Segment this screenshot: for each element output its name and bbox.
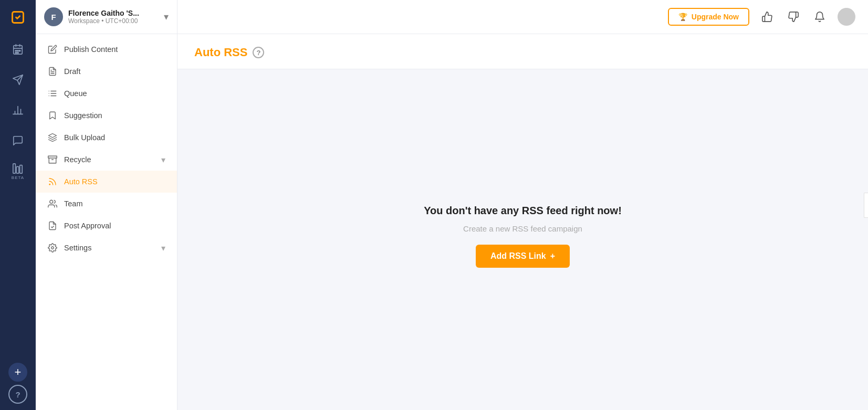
list-icon — [47, 88, 58, 99]
page-header: Auto RSS ? — [177, 34, 868, 69]
nav-analytics-icon[interactable] — [0, 95, 36, 125]
beta-label: BETA — [12, 175, 24, 180]
bookmark-icon — [47, 110, 58, 121]
settings-chevron-icon: ▾ — [161, 243, 165, 253]
sidebar-item-auto-rss[interactable]: Auto RSS — [36, 171, 177, 193]
nav-beta-icon[interactable]: BETA — [0, 156, 36, 186]
layers-icon — [47, 132, 58, 143]
thumbs-up-icon[interactable] — [759, 8, 776, 25]
add-rss-link-label: Add RSS Link — [490, 251, 546, 261]
svg-rect-7 — [19, 50, 20, 51]
add-rss-link-button[interactable]: Add RSS Link + — [476, 245, 570, 268]
sidebar-label-bulk-upload: Bulk Upload — [64, 133, 165, 142]
nav-calendar-icon[interactable] — [0, 34, 36, 65]
page-area: Auto RSS ? You don't have any RSS feed r… — [177, 34, 868, 410]
recycle-chevron-icon: ▾ — [161, 155, 165, 165]
sidebar-label-recycle: Recycle — [64, 155, 155, 164]
page-help-icon[interactable]: ? — [253, 47, 264, 58]
sidebar-label-post-approval: Post Approval — [64, 222, 165, 230]
sidebar: F Florence Gaitho 'S... Workspace • UTC+… — [36, 0, 177, 410]
workspace-selector[interactable]: F Florence Gaitho 'S... Workspace • UTC+… — [36, 0, 177, 34]
svg-rect-6 — [17, 50, 18, 51]
sidebar-item-team[interactable]: Team — [36, 193, 177, 215]
svg-rect-8 — [15, 52, 16, 54]
icon-nav-top: BETA — [0, 0, 36, 363]
workspace-subtitle: Workspace • UTC+00:00 — [68, 17, 159, 25]
svg-rect-17 — [16, 166, 19, 173]
svg-point-31 — [50, 200, 53, 203]
workspace-info: Florence Gaitho 'S... Workspace • UTC+00… — [68, 9, 159, 25]
icon-navigation: BETA + ? — [0, 0, 36, 410]
add-button[interactable]: + — [8, 363, 27, 382]
svg-marker-27 — [49, 134, 57, 138]
svg-point-32 — [51, 247, 54, 249]
avatar: F — [44, 7, 63, 26]
upgrade-label: Upgrade Now — [692, 13, 739, 21]
sidebar-menu: Publish Content Draft — [36, 34, 177, 410]
file-icon — [47, 66, 58, 77]
empty-state-subtitle: Create a new RSS feed campaign — [463, 224, 582, 233]
svg-rect-28 — [48, 156, 57, 158]
settings-icon — [47, 243, 58, 253]
notification-bell-icon[interactable] — [811, 8, 828, 25]
user-avatar[interactable] — [838, 8, 855, 26]
top-bar: 🏆 Upgrade Now — [177, 0, 868, 34]
sidebar-item-settings[interactable]: Settings ▾ — [36, 237, 177, 259]
team-icon — [47, 198, 58, 209]
workspace-name: Florence Gaitho 'S... — [68, 9, 159, 17]
thumbs-down-icon[interactable] — [785, 8, 802, 25]
sidebar-label-suggestion: Suggestion — [64, 111, 165, 120]
sidebar-label-settings: Settings — [64, 244, 155, 252]
box-icon — [47, 154, 58, 165]
page-title: Auto RSS — [194, 46, 247, 59]
sidebar-item-draft[interactable]: Draft — [36, 60, 177, 82]
empty-state: You don't have any RSS feed right now! C… — [177, 69, 868, 403]
nav-chat-icon[interactable] — [0, 125, 36, 156]
sidebar-item-queue[interactable]: Queue — [36, 82, 177, 104]
nav-paper-plane-icon[interactable] — [0, 65, 36, 95]
sidebar-label-queue: Queue — [64, 89, 165, 98]
svg-rect-18 — [20, 165, 23, 173]
svg-rect-9 — [17, 52, 18, 54]
svg-rect-16 — [13, 163, 16, 173]
sidebar-label-publish-content: Publish Content — [64, 45, 165, 54]
edit-icon — [47, 44, 58, 55]
plus-icon: + — [550, 251, 555, 261]
sidebar-item-suggestion[interactable]: Suggestion — [36, 104, 177, 127]
icon-nav-bottom: + ? — [8, 363, 27, 410]
upgrade-now-button[interactable]: 🏆 Upgrade Now — [668, 8, 749, 26]
sidebar-label-draft: Draft — [64, 67, 165, 76]
trophy-icon: 🏆 — [678, 13, 687, 21]
empty-state-title: You don't have any RSS feed right now! — [424, 205, 622, 217]
sidebar-label-team: Team — [64, 199, 165, 208]
workspace-chevron-icon: ▾ — [164, 11, 169, 23]
help-button[interactable]: ? — [8, 385, 27, 404]
sidebar-item-bulk-upload[interactable]: Bulk Upload — [36, 127, 177, 149]
sidebar-item-post-approval[interactable]: Post Approval — [36, 215, 177, 237]
main-content: 🏆 Upgrade Now Auto RSS ? — [177, 0, 868, 410]
file-check-icon — [47, 220, 58, 231]
sidebar-item-publish-content[interactable]: Publish Content — [36, 38, 177, 60]
sidebar-item-recycle[interactable]: Recycle ▾ — [36, 149, 177, 171]
rss-icon — [47, 176, 58, 187]
sidebar-label-auto-rss: Auto RSS — [64, 177, 165, 186]
svg-rect-5 — [15, 50, 16, 51]
app-logo[interactable] — [0, 0, 36, 34]
svg-point-30 — [49, 184, 50, 185]
